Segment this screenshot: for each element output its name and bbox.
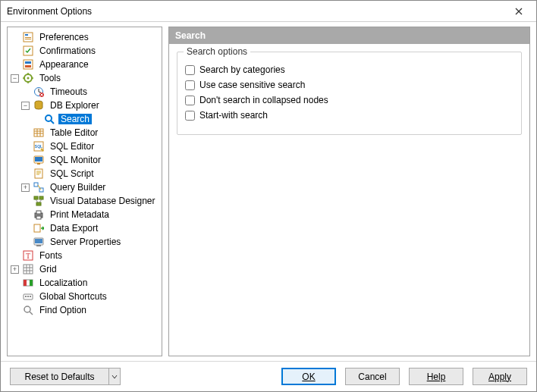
checkbox-input[interactable] <box>185 96 195 105</box>
checkbox-input[interactable] <box>185 65 195 75</box>
tree-item-table-editor[interactable]: Table Editor <box>20 126 162 140</box>
close-icon <box>515 8 523 15</box>
tree-item-tools[interactable]: − Tools <box>9 71 162 85</box>
svg-rect-66 <box>27 296 29 297</box>
tree-item-localization[interactable]: Localization <box>9 276 162 290</box>
tree-item-label: Appearance <box>37 59 91 70</box>
ok-label: OK <box>302 372 315 382</box>
checkbox-label: Don't search in collapsed nodes <box>199 95 328 105</box>
tree-item-server-properties[interactable]: Server Properties <box>20 235 162 249</box>
tree-item-label: Visual Database Designer <box>48 196 158 206</box>
tree-item-appearance[interactable]: Appearance <box>9 58 162 71</box>
close-button[interactable] <box>506 3 532 20</box>
search-icon <box>43 113 55 125</box>
tree-item-sql-monitor[interactable]: SQL Monitor <box>20 153 162 167</box>
tree-item-visual-db-designer[interactable]: Visual Database Designer <box>20 194 162 208</box>
grid-icon <box>22 263 34 275</box>
svg-point-23 <box>46 115 52 121</box>
tree-item-global-shortcuts[interactable]: Global Shortcuts <box>9 290 162 303</box>
svg-line-46 <box>39 199 42 202</box>
reset-to-defaults-split-button[interactable]: Reset to Defaults <box>10 368 121 385</box>
svg-rect-53 <box>36 245 41 246</box>
checkbox-input[interactable] <box>185 80 195 90</box>
svg-rect-3 <box>25 34 28 36</box>
tree-item-search[interactable]: Search <box>30 112 162 126</box>
tree-item-label: Data Export <box>48 223 100 234</box>
tree-item-grid[interactable]: + Grid <box>9 262 162 276</box>
svg-rect-34 <box>37 163 40 165</box>
window-title: Environment Options <box>7 6 92 17</box>
tree-item-label: Grid <box>37 264 59 274</box>
checkbox-label: Use case sensitive search <box>199 80 305 90</box>
appearance-icon <box>22 58 34 71</box>
svg-point-11 <box>27 77 30 80</box>
svg-rect-63 <box>30 280 33 286</box>
svg-rect-35 <box>35 169 42 178</box>
group-title: Search options <box>184 46 250 57</box>
checkbox-no-collapsed[interactable]: Don't search in collapsed nodes <box>185 95 513 105</box>
tree-item-label: Server Properties <box>48 237 123 247</box>
tree-panel[interactable]: Preferences Confirmations <box>7 27 162 356</box>
checkbox-start-with[interactable]: Start-with search <box>185 110 513 121</box>
reset-dropdown-button[interactable] <box>108 368 121 385</box>
panel-header: Search <box>169 27 529 44</box>
server-properties-icon <box>33 236 45 248</box>
apply-button[interactable]: Apply <box>473 368 527 385</box>
svg-rect-67 <box>30 296 31 297</box>
chevron-down-icon <box>111 374 118 380</box>
svg-text:T: T <box>26 252 30 260</box>
tree-item-print-metadata[interactable]: Print Metadata <box>20 208 162 221</box>
help-button[interactable]: Help <box>409 368 463 385</box>
svg-rect-50 <box>34 224 40 232</box>
svg-rect-49 <box>36 216 41 219</box>
tree-item-label: Confirmations <box>37 45 98 56</box>
collapse-icon[interactable]: − <box>11 74 19 83</box>
expand-icon[interactable]: + <box>11 265 19 274</box>
svg-line-24 <box>51 121 54 124</box>
tree-item-fonts[interactable]: T Fonts <box>9 249 162 262</box>
tree-item-db-explorer[interactable]: − DB Explorer <box>20 99 162 112</box>
dialog-body: Preferences Confirmations <box>1 22 536 361</box>
search-options-group: Search options Search by categories Use … <box>177 52 522 135</box>
reset-button[interactable]: Reset to Defaults <box>10 368 108 385</box>
svg-rect-56 <box>24 265 33 274</box>
tree-item-query-builder[interactable]: + Query Builder <box>20 180 162 194</box>
cancel-button[interactable]: Cancel <box>345 368 400 385</box>
tree-item-sql-editor[interactable]: SQL SQL Editor <box>20 140 162 153</box>
tree-item-sql-script[interactable]: SQL Script <box>20 167 162 180</box>
tree-item-label: Global Shortcuts <box>37 291 109 302</box>
timeouts-icon <box>33 86 45 98</box>
svg-rect-48 <box>36 211 41 214</box>
tree-item-find-option[interactable]: Find Option <box>9 303 162 317</box>
checkbox-label: Search by categories <box>199 64 285 75</box>
svg-rect-5 <box>25 39 31 39</box>
footer-buttons: OK Cancel Help Apply <box>281 368 527 385</box>
checkbox-input[interactable] <box>185 111 195 121</box>
localization-icon <box>22 277 34 289</box>
print-metadata-icon <box>33 209 45 221</box>
find-option-icon <box>22 304 34 316</box>
tree-item-data-export[interactable]: Data Export <box>20 221 162 235</box>
tree-item-preferences[interactable]: Preferences <box>9 30 162 44</box>
expand-icon[interactable]: + <box>21 183 30 192</box>
db-explorer-icon <box>33 99 45 111</box>
svg-line-45 <box>36 199 38 202</box>
visual-db-designer-icon <box>33 195 45 207</box>
svg-rect-25 <box>34 129 43 136</box>
svg-rect-43 <box>39 196 43 199</box>
tree-item-timeouts[interactable]: Timeouts <box>20 85 162 99</box>
dialog-window: Environment Options Preferences <box>0 0 537 392</box>
sql-editor-icon: SQL <box>33 140 45 152</box>
checkbox-label: Start-with search <box>199 110 268 121</box>
tree-item-label: Localization <box>37 278 90 288</box>
checkbox-case-sensitive[interactable]: Use case sensitive search <box>185 80 513 90</box>
confirmations-icon <box>22 45 34 57</box>
tree-item-confirmations[interactable]: Confirmations <box>9 44 162 58</box>
ok-button[interactable]: OK <box>281 368 336 385</box>
tree-item-label: Preferences <box>37 32 91 42</box>
tree-item-label: Search <box>58 114 92 124</box>
sql-monitor-icon <box>33 154 45 166</box>
checkbox-search-by-categories[interactable]: Search by categories <box>185 64 513 75</box>
svg-rect-44 <box>36 202 41 205</box>
collapse-icon[interactable]: − <box>21 102 30 110</box>
